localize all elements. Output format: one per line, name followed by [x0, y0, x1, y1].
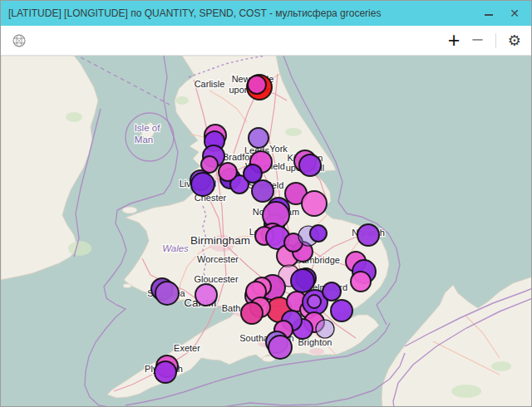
map-bubble[interactable] [357, 224, 379, 246]
settings-gear-icon[interactable]: ⚙ [508, 33, 521, 48]
map-canvas[interactable]: CarlisleNewcastleupon TyneLeedsBradfordY… [1, 56, 532, 407]
map-bubble[interactable] [191, 173, 214, 196]
map-bubble[interactable] [155, 282, 179, 305]
map-bubble[interactable] [155, 361, 176, 383]
map-bubble[interactable] [323, 282, 341, 301]
island [123, 284, 131, 288]
map-city-label: Gloucester [194, 274, 239, 284]
map-city-label: York [269, 144, 288, 154]
app-window: [LATITUDE] [LONGITUDE] по QUANTITY, SPEN… [0, 0, 532, 407]
map-bubble[interactable] [302, 191, 327, 216]
map-bubble[interactable] [252, 180, 273, 202]
map-bubble[interactable] [241, 302, 263, 324]
map-city-label: Wales [162, 243, 189, 253]
map-city-label: Birmingham [190, 234, 250, 247]
map-bubble[interactable] [310, 225, 327, 242]
urban-area [309, 348, 324, 355]
map-bubble[interactable] [331, 300, 352, 321]
zoom-out-button[interactable]: − [471, 29, 484, 50]
map-bubble[interactable] [268, 336, 292, 359]
forest-patch [66, 112, 82, 122]
forest-patch [175, 96, 189, 105]
close-icon[interactable]: ✕ [510, 7, 520, 19]
forest-patch [451, 385, 481, 398]
map-city-label: Exeter [174, 343, 200, 353]
window-title: [LATITUDE] [LONGITUDE] по QUANTITY, SPEN… [8, 7, 485, 19]
map-city-label: Carlisle [195, 79, 225, 89]
map-bubble[interactable] [316, 320, 334, 338]
map-bubble[interactable] [308, 295, 321, 308]
globe-icon[interactable] [11, 32, 27, 49]
minimize-icon[interactable] [485, 14, 493, 16]
forest-patch [491, 361, 511, 371]
map-bubble[interactable] [219, 163, 237, 181]
toolbar: + − ⚙ [1, 26, 531, 56]
map-bubble[interactable] [299, 154, 321, 176]
toolbar-divider [495, 33, 496, 48]
map-city-label: Isle of [135, 123, 160, 133]
forest-patch [68, 241, 91, 256]
titlebar: [LATITUDE] [LONGITUDE] по QUANTITY, SPEN… [1, 1, 531, 26]
map-bubble[interactable] [249, 128, 268, 148]
map-bubble[interactable] [351, 272, 371, 292]
map-bubble[interactable] [195, 284, 217, 306]
zoom-in-button[interactable]: + [448, 30, 461, 51]
map-city-label: Man [135, 135, 153, 145]
map-city-label: Bath [222, 303, 241, 313]
map-bubble[interactable] [291, 269, 314, 292]
map-city-label: Worcester [197, 254, 239, 264]
map-bubble[interactable] [248, 76, 266, 94]
island [122, 207, 137, 213]
forest-patch [285, 128, 302, 136]
